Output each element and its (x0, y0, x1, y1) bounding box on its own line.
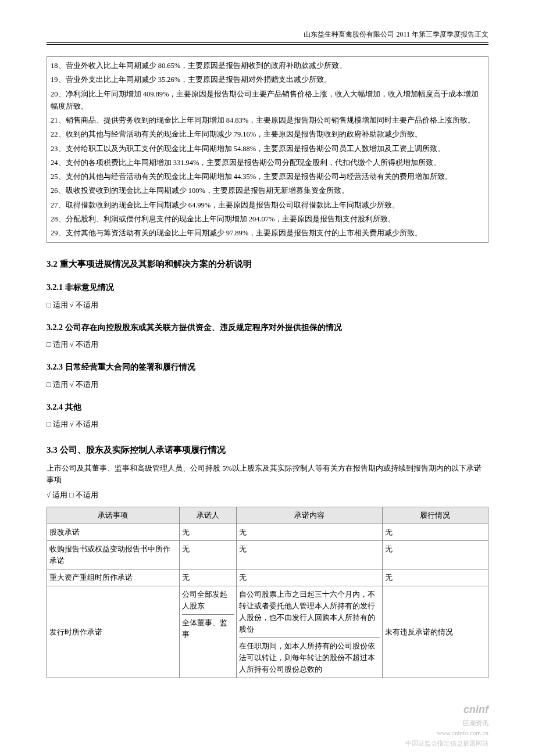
note-item: 29、支付其他与筹资活动有关的现金比上年同期减少 97.89%，主要原因是报告期… (51, 227, 484, 239)
footer-cn: 中国证监会指定信息披露网站 (405, 740, 488, 747)
subcell-bottom: 在任职期间，如本人所持有的公司股份依法可以转让，则每年转让的股份不超过本人所持有… (239, 637, 379, 675)
table-row: 重大资产重组时所作承诺 无 无 无 (47, 569, 488, 586)
cell: 无 (179, 569, 237, 586)
note-item: 24、支付的各项税费比上年同期增加 331.94%，主要原因是报告期公司分配现金… (51, 157, 484, 169)
section-3-3-intro: 上市公司及其董事、监事和高级管理人员、公司持股 5%以上股东及其实际控制人等有关… (47, 463, 488, 486)
note-item: 19、营业外支出比上年同期减少 35.26%，主要原因是报告期对外捐赠支出减少所… (51, 74, 484, 86)
applicable-option: □ 适用 √ 不适用 (47, 418, 488, 430)
th-person: 承诺人 (179, 507, 237, 524)
section-3-3: 3.3 公司、股东及实际控制人承诺事项履行情况 (47, 443, 488, 457)
subcell-top: 公司全部发起人股东 (182, 589, 234, 612)
section-3-2-1: 3.2.1 非标意见情况 (47, 281, 488, 294)
cell: 无 (179, 524, 237, 541)
applicable-option: □ 适用 √ 不适用 (47, 299, 488, 311)
footer-url: www.cninfo.com.cn (437, 729, 488, 736)
section-3-2-3: 3.2.3 日常经营重大合同的签署和履行情况 (47, 361, 488, 374)
cell: 公司全部发起人股东 全体董事、监事 (179, 586, 237, 678)
table-row: 收购报告书或权益变动报告书中所作承诺 无 无 无 (47, 541, 488, 569)
note-item: 21、销售商品、提供劳务收到的现金比上年同期增加 84.83%，主要原因是报告期… (51, 114, 484, 127)
note-item: 18、营业外收入比上年同期减少 80.65%，主要原因是报告期收到的政府补助款减… (51, 60, 484, 72)
applicable-option: □ 适用 √ 不适用 (47, 339, 488, 350)
table-header-row: 承诺事项 承诺人 承诺内容 履行情况 (47, 507, 488, 524)
commitment-table: 承诺事项 承诺人 承诺内容 履行情况 股改承诺 无 无 无 收购报告书或权益变动… (47, 507, 488, 678)
subcell-top: 自公司股票上市之日起三十六个月内，不转让或者委托他人管理本人所持有的发行人股份，… (239, 589, 379, 635)
note-item: 22、收到的其他与经营活动有关的现金比上年同期减少 79.16%，主要原因是报告… (51, 128, 484, 141)
header-rule (47, 42, 488, 45)
cell: 无 (382, 569, 488, 586)
note-item: 23、支付给职工以及为职工支付的现金比上年同期增加 54.88%，主要原因是报告… (51, 143, 484, 155)
footer-logo: cninf (463, 704, 488, 715)
note-item: 26、吸收投资收到的现金比上年同期减少 100%，主要原因是报告期无新增募集资金… (51, 185, 484, 197)
cell: 无 (237, 524, 382, 541)
applicable-option: √ 适用 □ 不适用 (47, 489, 488, 501)
applicable-option: □ 适用 √ 不适用 (47, 379, 488, 390)
cell: 无 (237, 569, 382, 586)
cell: 重大资产重组时所作承诺 (47, 569, 180, 586)
cell: 股改承诺 (47, 524, 180, 541)
section-3-2-2: 3.2.2 公司存在向控股股东或其关联方提供资金、违反规定程序对外提供担保的情况 (47, 321, 488, 334)
subcell-bottom: 全体董事、监事 (182, 614, 234, 640)
note-item: 27、取得借款收到的现金比上年同期减少 64.99%，主要原因是报告期公司取得借… (51, 199, 484, 212)
footer: cninf 巨潮资讯 www.cninfo.com.cn 中国证监会指定信息披露… (47, 701, 488, 749)
th-content: 承诺内容 (237, 507, 382, 524)
table-row: 股改承诺 无 无 无 (47, 524, 488, 541)
page-header: 山东益生种畜禽股份有限公司 2011 年第三季度季度报告正文 (47, 29, 488, 42)
cell: 自公司股票上市之日起三十六个月内，不转让或者委托他人管理本人所持有的发行人股份，… (237, 586, 382, 678)
cell: 无 (237, 541, 382, 569)
cell: 收购报告书或权益变动报告书中所作承诺 (47, 541, 180, 569)
footer-subtitle: 巨潮资讯 (463, 719, 488, 726)
section-3-2-4: 3.2.4 其他 (47, 401, 488, 414)
note-item: 28、分配股利、利润或偿付利息支付的现金比上年同期增加 204.07%，主要原因… (51, 213, 484, 225)
note-item: 20、净利润比上年同期增加 409.89%，主要原因是报告期公司主要产品销售价格… (51, 88, 484, 113)
cell: 无 (179, 541, 237, 569)
notes-box: 18、营业外收入比上年同期减少 80.65%，主要原因是报告期收到的政府补助款减… (47, 56, 488, 243)
cell: 未有违反承诺的情况 (382, 586, 488, 678)
section-3-2: 3.2 重大事项进展情况及其影响和解决方案的分析说明 (47, 257, 488, 271)
note-item: 25、支付的其他与经营活动有关的现金比上年同期增加 44.35%，主要原因是报告… (51, 171, 484, 183)
cell: 无 (382, 541, 488, 569)
cell: 发行时所作承诺 (47, 586, 180, 678)
table-row: 发行时所作承诺 公司全部发起人股东 全体董事、监事 自公司股票上市之日起三十六个… (47, 586, 488, 678)
cell: 无 (382, 524, 488, 541)
th-item: 承诺事项 (47, 507, 180, 524)
th-status: 履行情况 (382, 507, 488, 524)
